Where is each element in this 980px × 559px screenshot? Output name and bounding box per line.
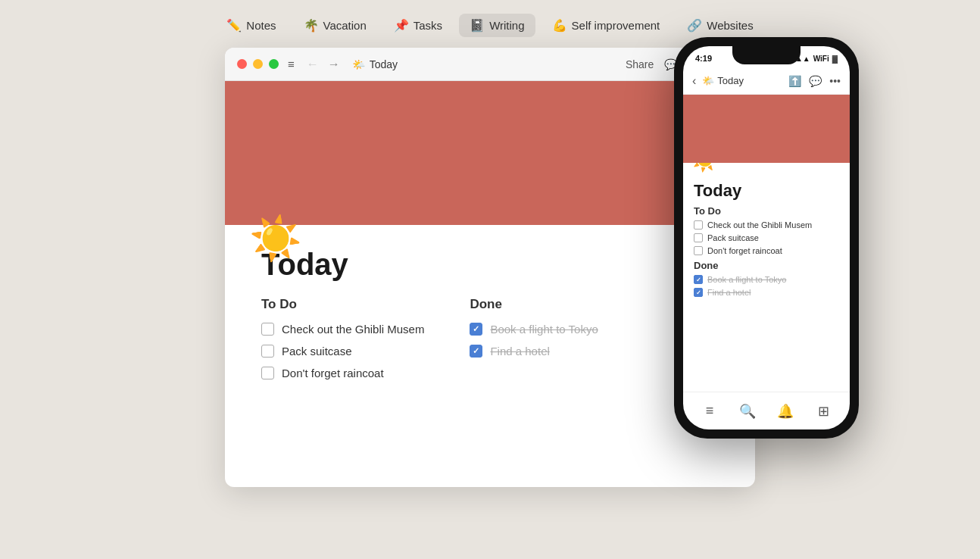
phone-nav-title: 🌤️ Today <box>702 75 744 86</box>
phone-more-icon[interactable]: ••• <box>829 75 841 87</box>
phone-item-text: Find a hotel <box>707 288 751 297</box>
phone-time: 4:19 <box>695 54 712 63</box>
note-title: Today <box>261 248 719 282</box>
sun-emoji: ☀️ <box>249 217 302 260</box>
phone-sun-emoji: ☀️ <box>691 163 719 173</box>
main-area: ≡ ← → 🌤️ Today Share 💬 🕐 ☆ ••• ☀️ Today <box>0 45 980 559</box>
tab-emoji: 💪 <box>552 18 567 33</box>
phone-checkbox[interactable] <box>694 246 703 255</box>
tab-emoji: ✏️ <box>226 18 242 33</box>
tab-vacation[interactable]: 🌴Vacation <box>293 14 377 37</box>
todo-item[interactable]: Don't forget raincoat <box>261 367 424 379</box>
phone-checkbox[interactable] <box>694 233 703 242</box>
window-title: 🌤️ Today <box>352 58 398 70</box>
phone-note-body: ☀️ Today To Do Check out the Ghibli Muse… <box>683 163 850 392</box>
done-column: Done Book a flight to TokyoFind a hotel <box>470 297 598 389</box>
tab-self-improvement[interactable]: 💪Self improvement <box>541 14 671 37</box>
phone-done-item[interactable]: Book a flight to Tokyo <box>694 275 839 284</box>
phone-done-heading: Done <box>694 260 839 271</box>
phone-screen: 4:19 ▲▲▲ WiFi ▓ ‹ 🌤️ Today ⬆️ <box>683 46 850 429</box>
phone-container: 4:19 ▲▲▲ WiFi ▓ ‹ 🌤️ Today ⬆️ <box>674 37 859 439</box>
item-text: Check out the Ghibli Musem <box>282 323 424 336</box>
phone-list-icon[interactable]: ≡ <box>696 398 723 425</box>
checkbox[interactable] <box>261 367 274 379</box>
todo-item[interactable]: Check out the Ghibli Musem <box>261 323 424 336</box>
phone-notch <box>732 46 801 64</box>
phone-compose-icon[interactable]: ⊞ <box>810 398 837 425</box>
menu-icon[interactable]: ≡ <box>288 58 295 70</box>
phone-back-button[interactable]: ‹ <box>692 74 696 88</box>
tab-label: Writing <box>489 19 524 32</box>
phone-comment-icon[interactable]: 💬 <box>809 75 822 87</box>
note-columns: To Do Check out the Ghibli MusemPack sui… <box>261 297 719 389</box>
phone-bell-icon[interactable]: 🔔 <box>772 398 799 425</box>
tab-writing[interactable]: 📓Writing <box>459 14 535 37</box>
phone-todo-item[interactable]: Pack suitcase <box>694 233 839 242</box>
done-item[interactable]: Find a hotel <box>470 345 598 358</box>
item-text: Book a flight to Tokyo <box>490 323 598 336</box>
phone-nav-bar: ‹ 🌤️ Today ⬆️ 💬 ••• <box>683 67 850 95</box>
battery-icon: ▓ <box>832 55 838 63</box>
done-item[interactable]: Book a flight to Tokyo <box>470 323 598 336</box>
phone-checkbox[interactable] <box>694 220 703 230</box>
checkbox[interactable] <box>470 345 482 358</box>
window-close-button[interactable] <box>237 59 247 69</box>
tab-notes[interactable]: ✏️Notes <box>216 14 286 37</box>
tab-label: Tasks <box>414 19 442 32</box>
phone-note-title: Today <box>694 181 839 201</box>
phone-search-icon[interactable]: 🔍 <box>734 398 761 425</box>
window-controls <box>237 59 279 69</box>
phone-share-icon[interactable]: ⬆️ <box>788 75 801 87</box>
tab-label: Notes <box>246 19 276 32</box>
share-button[interactable]: Share <box>626 58 654 70</box>
phone-title-text: Today <box>717 75 744 86</box>
phone-checkbox[interactable] <box>694 275 703 284</box>
phone-checkbox[interactable] <box>694 288 703 297</box>
done-heading: Done <box>470 297 598 312</box>
phone-title-emoji: 🌤️ <box>702 75 714 86</box>
checkbox[interactable] <box>261 345 274 358</box>
phone-item-text: Pack suitcase <box>707 233 759 242</box>
item-text: Pack suitcase <box>282 345 352 358</box>
phone-item-text: Check out the Ghibli Musem <box>707 220 812 230</box>
phone-note-header <box>683 95 850 163</box>
tab-emoji: 📌 <box>394 18 409 33</box>
item-text: Find a hotel <box>490 345 549 358</box>
phone-todo-item[interactable]: Check out the Ghibli Musem <box>694 220 839 230</box>
todo-heading: To Do <box>261 297 424 312</box>
window-maximize-button[interactable] <box>269 59 279 69</box>
tab-websites[interactable]: 🔗Websites <box>676 14 763 37</box>
todo-item[interactable]: Pack suitcase <box>261 345 424 358</box>
title-emoji: 🌤️ <box>352 58 365 70</box>
tab-tasks[interactable]: 📌Tasks <box>383 14 453 37</box>
item-text: Don't forget raincoat <box>282 367 384 379</box>
nav-buttons: ← → <box>304 56 343 73</box>
tab-label: Vacation <box>323 19 367 32</box>
tab-label: Self improvement <box>572 19 660 32</box>
phone-body: 4:19 ▲▲▲ WiFi ▓ ‹ 🌤️ Today ⬆️ <box>674 37 859 439</box>
tab-emoji: 📓 <box>470 18 485 33</box>
window-minimize-button[interactable] <box>253 59 263 69</box>
phone-nav-actions: ⬆️ 💬 ••• <box>788 75 841 87</box>
tab-emoji: 🔗 <box>687 18 702 33</box>
phone-item-text: Book a flight to Tokyo <box>707 275 786 284</box>
phone-done-item[interactable]: Find a hotel <box>694 288 839 297</box>
tab-emoji: 🌴 <box>304 18 319 33</box>
phone-todo-item[interactable]: Don't forget raincoat <box>694 246 839 255</box>
phone-item-text: Don't forget raincoat <box>707 246 782 255</box>
checkbox[interactable] <box>470 323 482 336</box>
phone-todo-heading: To Do <box>694 205 839 217</box>
title-text: Today <box>370 58 398 70</box>
todo-column: To Do Check out the Ghibli MusemPack sui… <box>261 297 424 389</box>
wifi-icon: WiFi <box>813 55 829 63</box>
nav-back-button[interactable]: ← <box>304 56 322 73</box>
tab-label: Websites <box>707 19 753 32</box>
checkbox[interactable] <box>261 323 274 336</box>
nav-forward-button[interactable]: → <box>325 56 343 73</box>
phone-bottom-bar: ≡ 🔍 🔔 ⊞ <box>683 392 850 429</box>
